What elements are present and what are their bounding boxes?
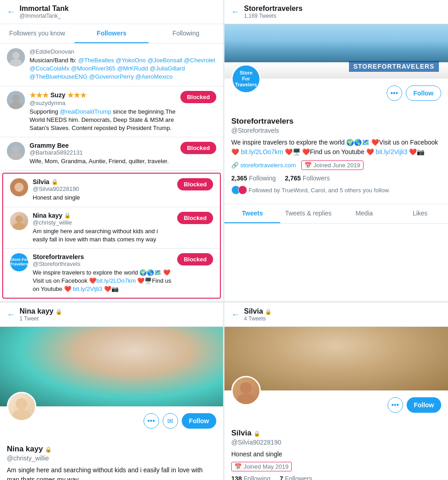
follower-bio: Honest and single <box>33 194 173 202</box>
back-arrow-icon[interactable]: ← <box>7 310 15 320</box>
list-item: ★★★ Suzy ★★★ @suzydymna Supporting @real… <box>0 86 223 138</box>
tab-likes[interactable]: Likes <box>392 204 448 223</box>
more-options-button[interactable]: ••• <box>388 397 403 413</box>
tab-followers[interactable]: Followers <box>75 24 149 43</box>
back-arrow-icon[interactable]: ← <box>7 7 15 17</box>
svg-point-7 <box>13 223 25 230</box>
more-options-button[interactable]: ••• <box>387 85 402 101</box>
list-item: Grammy Bee @Barbara58922131 Wife, Mom, G… <box>0 137 223 170</box>
follower-name: Nina kayy 🔒 <box>33 212 173 219</box>
profile-section: StoreForTravelers ••• Follow Storefortra… <box>224 79 448 199</box>
bottom-right-title: Silvia 🔒 <box>244 307 272 315</box>
right-panel-header: ← Storefortravelers 1,169 Tweets <box>224 0 448 24</box>
follower-bio: Musician/Band fb: @TheBeatles @YokoOno @… <box>30 56 216 81</box>
blocked-button[interactable]: Blocked <box>177 178 213 190</box>
follower-info: Grammy Bee @Barbara58922131 Wife, Mom, G… <box>30 142 176 165</box>
follower-handle: @suzydymna <box>30 100 176 106</box>
svg-point-0 <box>12 52 20 59</box>
tab-tweets-replies[interactable]: Tweets & replies <box>280 204 336 223</box>
follower-handle: @EddieDonovan <box>30 48 216 55</box>
website-link[interactable]: storefortravelers.com <box>240 162 296 169</box>
svg-point-5 <box>10 153 22 160</box>
follower-handle: @Silvia90228190 <box>33 185 173 192</box>
blocked-button[interactable]: Blocked <box>180 91 216 103</box>
list-item: @EddieDonovan Musician/Band fb: @TheBeat… <box>0 44 223 86</box>
tab-following[interactable]: Following <box>149 24 223 43</box>
lock-icon: 🔒 <box>265 309 272 315</box>
follow-button[interactable]: Follow <box>406 85 441 101</box>
profile-bio: Honest and single <box>231 450 441 459</box>
following-stat[interactable]: 138 Following <box>231 475 270 480</box>
followers-stat[interactable]: 2,765 Followers <box>285 175 330 182</box>
follower-name: Silvia 🔒 <box>33 178 173 185</box>
profile-cover <box>0 327 223 406</box>
follow-button[interactable]: Follow <box>182 413 216 429</box>
svg-point-2 <box>12 95 20 102</box>
blocked-button[interactable]: Blocked <box>177 212 213 224</box>
joined-date: 📅 Joined May 2019 <box>231 462 292 471</box>
followed-by: Followed by TrueWord, Carol, and 5 other… <box>231 185 441 195</box>
followed-by-avatars <box>231 185 245 195</box>
tab-followers-you-know[interactable]: Followers you know <box>0 24 75 43</box>
profile-name: Silvia 🔒 <box>231 429 441 438</box>
cover-photo <box>0 327 223 406</box>
tweet-count: 1 Tweet <box>20 315 62 322</box>
calendar-icon: 📅 <box>234 463 242 470</box>
lock-icon: 🔒 <box>51 179 58 185</box>
profile-bio: We inspire travelers to explore the worl… <box>231 138 441 157</box>
follower-bio: We inspire travelers to explore the worl… <box>33 269 173 294</box>
following-stat[interactable]: 2,365 Following <box>231 175 276 182</box>
right-panel-title: Storefortravelers <box>244 5 303 13</box>
lock-icon: 🔒 <box>64 212 71 219</box>
highlighted-group: Silvia 🔒 @Silvia90228190 Honest and sing… <box>2 173 221 299</box>
avatar: Store ForTravelers <box>10 253 28 271</box>
more-options-button[interactable]: ••• <box>144 413 159 429</box>
follow-button[interactable]: Follow <box>407 397 441 413</box>
email-button[interactable]: ✉ <box>163 413 178 429</box>
avatar <box>7 91 25 109</box>
bottom-left-header: ← Nina kayy 🔒 1 Tweet <box>0 303 223 327</box>
followers-stat[interactable]: 7 Followers <box>279 475 312 480</box>
profile-actions: ••• ✉ Follow <box>7 411 216 429</box>
profile-avatar <box>7 392 36 421</box>
avatar <box>7 142 25 160</box>
profile-cover <box>224 327 448 390</box>
tab-tweets[interactable]: Tweets <box>224 204 280 223</box>
cover-label: STOREFORTRAVELERS <box>349 61 439 72</box>
follower-info: Storefortravelers @Storeforthravels We i… <box>33 253 173 294</box>
left-panel-handle: @ImmortalTank_ <box>20 13 69 19</box>
avatar <box>10 178 28 196</box>
profile-name: Storefortravelers <box>231 117 441 126</box>
lock-icon: 🔒 <box>55 309 62 315</box>
profile-name: Nina kayy 🔒 <box>7 445 216 454</box>
profile-tabs: Tweets Tweets & replies Media Likes <box>224 204 448 224</box>
blocked-button[interactable]: Blocked <box>177 253 213 265</box>
tweet-count: 1,169 Tweets <box>244 13 303 19</box>
svg-point-8 <box>15 398 27 410</box>
profile-meta: 🔗 storefortravelers.com 📅 Joined June 20… <box>231 160 441 170</box>
profile-handle: @christy_willie <box>7 455 216 462</box>
back-arrow-icon[interactable]: ← <box>231 7 239 17</box>
link-icon: 🔗 <box>231 162 239 169</box>
avatar <box>7 48 25 66</box>
follower-handle: @Barbara58922131 <box>30 149 176 156</box>
blocked-button[interactable]: Blocked <box>180 142 216 154</box>
svg-point-9 <box>12 410 30 420</box>
left-panel-header: ← Immortal Tank @ImmortalTank_ <box>0 0 223 24</box>
profile-section: ••• Follow Silvia 🔒 @Silvia90228190 Hone… <box>224 390 448 480</box>
avatar <box>10 212 28 230</box>
profile-avatar: StoreForTravelers <box>231 64 261 94</box>
tab-media[interactable]: Media <box>336 204 392 223</box>
profile-name-section: Storefortravelers @Storefortravels We in… <box>231 117 441 195</box>
back-arrow-icon[interactable]: ← <box>231 310 239 320</box>
list-item: Store ForTravelers Storefortravelers @St… <box>3 249 220 298</box>
profile-name-section: Nina kayy 🔒 @christy_willie Am single he… <box>7 445 216 480</box>
svg-point-10 <box>240 382 251 394</box>
follower-handle: @christy_willie <box>33 219 173 226</box>
svg-point-4 <box>12 145 20 153</box>
profile-name-section: Silvia 🔒 @Silvia90228190 Honest and sing… <box>231 429 441 480</box>
profile-bio: Am single here and searching without kid… <box>7 465 216 480</box>
profile-stats: 2,365 Following 2,765 Followers <box>231 175 441 182</box>
left-panel-title: Immortal Tank <box>20 5 69 13</box>
profile-avatar <box>231 376 261 405</box>
